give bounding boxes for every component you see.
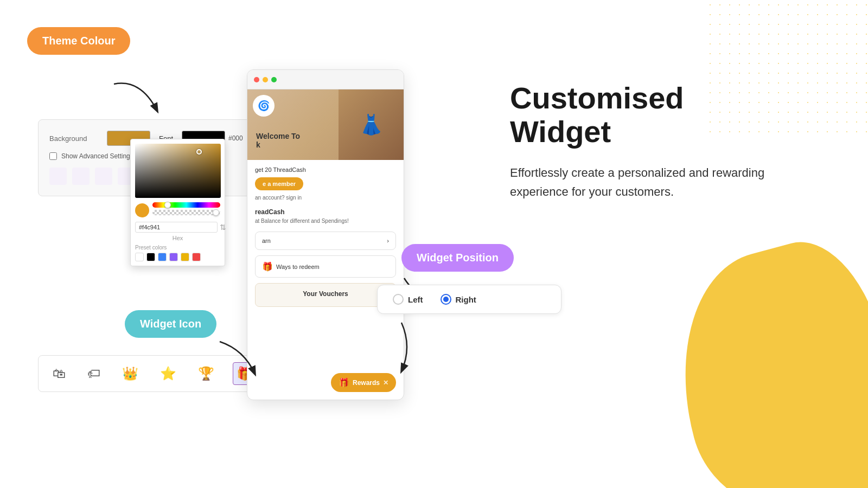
preset-colors-row [135,253,220,261]
color-picker-popup[interactable]: ⇅ Hex Preset colors [130,139,225,266]
widget-icon-badge: Widget Icon [125,310,216,338]
icon-tag[interactable]: 🏷 [84,363,104,384]
hex-input[interactable] [135,222,218,233]
alpha-slider[interactable] [152,210,220,215]
rewards-close-btn[interactable]: ✕ [383,379,388,387]
preset-white[interactable] [135,253,144,261]
theme-colour-badge[interactable]: Theme Colour [27,27,130,55]
color-gradient-area[interactable] [135,144,221,198]
hue-thumb[interactable] [164,202,171,208]
welcome-text-block: Welcome To k [256,132,300,149]
learn-more-row[interactable]: arn › [255,232,396,250]
threadcash-desc: at Balance for different and Spendings! [255,218,396,224]
left-radio-label: Left [408,295,423,304]
titlebar-minimize-dot[interactable] [263,77,268,82]
right-radio-label: Right [456,295,476,304]
right-radio-option[interactable]: Right [441,294,476,305]
become-member-btn[interactable]: e a member [255,177,303,190]
show-advanced-label: Show Advanced Settings [61,152,133,160]
right-radio-inner [443,297,449,302]
sign-in-text: an account? sign in [255,195,396,201]
threadcash-promo: get 20 ThreadCash [255,166,396,173]
brand-text: k [256,140,300,149]
alpha-thumb[interactable] [213,209,219,216]
app-logo: 🌀 [253,95,275,117]
hex-type-label: Hex [135,235,220,241]
preset-red[interactable] [192,253,201,261]
ways-to-redeem-row[interactable]: 🎁 Ways to redeem [255,255,396,278]
main-description: Effortlessly create a personalized and r… [510,163,781,201]
position-selector: Left Right [377,285,561,314]
vouchers-section: Your Vouchers [255,283,396,307]
hex-arrows[interactable]: ⇅ [220,223,226,232]
window-titlebar [247,70,404,89]
app-header: 🌀 👗 Welcome To k [247,89,404,160]
preset-blue[interactable] [158,253,167,261]
preset-colors-label: Preset colors [135,245,220,251]
background-label: Background [49,134,98,143]
color-preview-circle [135,203,149,217]
icon-shopping-bag[interactable]: 🛍 [49,363,69,384]
hex-display: #000 [228,134,243,142]
yellow-blob-decoration [652,227,868,488]
arrow-widget-icon [217,339,260,377]
show-advanced-checkbox[interactable] [49,152,57,160]
right-content-area: Customised Widget Effortlessly create a … [510,81,781,202]
right-radio-outer[interactable] [441,294,451,305]
icon-star[interactable]: ⭐ [157,363,180,384]
welcome-to-text: Welcome To [256,132,300,140]
preset-black[interactable] [146,253,155,261]
titlebar-close-dot[interactable] [254,77,259,82]
arrow-widget-down [380,320,423,374]
clothes-rack-image: 👗 [339,89,404,160]
main-title: Customised Widget [510,81,781,148]
widget-position-badge: Widget Position [401,244,514,272]
left-radio-option[interactable]: Left [393,294,423,305]
arrow-theme-colour [108,73,163,122]
widget-position-label: Widget Position [417,252,499,264]
left-radio-outer[interactable] [393,294,404,305]
theme-colour-label: Theme Colour [42,35,115,47]
titlebar-maximize-dot[interactable] [271,77,277,82]
vouchers-title: Your Vouchers [262,290,389,298]
icon-crown[interactable]: 👑 [119,363,142,384]
rewards-widget-btn[interactable]: 🎁 Rewards ✕ [331,373,396,392]
hue-slider[interactable] [152,202,220,208]
icon-trophy[interactable]: 🏆 [195,363,218,384]
widget-icon-label: Widget Icon [140,318,201,330]
preset-purple[interactable] [169,253,178,261]
preset-yellow[interactable] [181,253,189,261]
threadcash-section-title: readCash [255,208,396,216]
gradient-cursor[interactable] [196,149,202,155]
